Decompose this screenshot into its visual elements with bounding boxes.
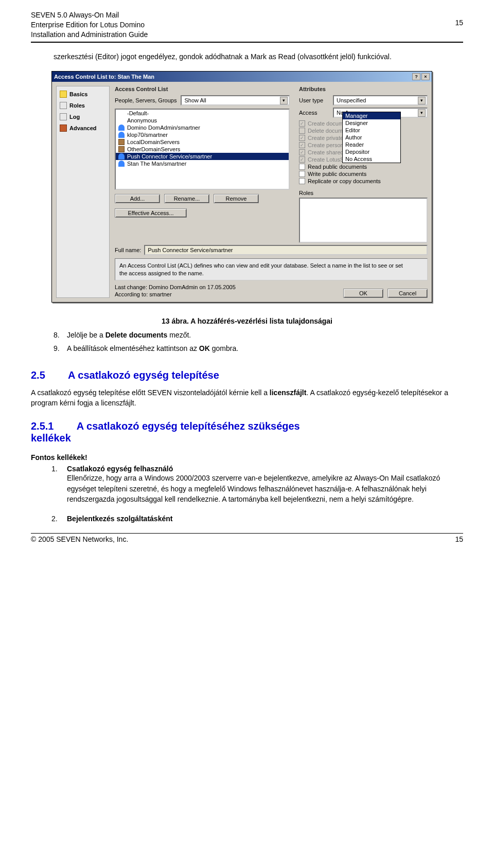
list-item: -Default-: [116, 110, 289, 117]
chevron-down-icon: ▾: [418, 97, 426, 104]
fullname-label: Full name:: [115, 247, 141, 253]
checkbox-icon[interactable]: ✓: [299, 156, 305, 163]
heading-2-5: 2.5A csatlakozó egység telepítése: [31, 369, 463, 381]
figure-caption: 13 ábra. A hozzáférés-vezérlési lista tu…: [31, 317, 463, 325]
dialog-title: Access Control List to: Stan The Man: [54, 74, 154, 80]
requirement-item-1: 1. Csatlakozó egység felhasználó Ellenőr…: [51, 465, 463, 504]
person-icon: [118, 161, 125, 167]
blank-icon: [118, 117, 125, 123]
roles-listbox[interactable]: [299, 198, 428, 243]
usertype-value: Unspecified: [337, 97, 366, 103]
leftnav-log-label: Log: [69, 114, 80, 120]
list-item: OtherDomainServers: [116, 146, 289, 153]
cancel-button[interactable]: Cancel: [387, 289, 428, 298]
blank-icon: [118, 110, 125, 116]
effective-access-button[interactable]: Effective Access...: [115, 208, 187, 218]
checkbox-icon[interactable]: ✓: [299, 120, 305, 127]
leftnav-roles-label: Roles: [69, 102, 85, 109]
step-9: 9. A beállítások elmentéséhez kattintson…: [54, 344, 463, 354]
checkbox-icon[interactable]: ✓: [299, 149, 305, 155]
acl-dialog: Access Control List to: Stan The Man ? ×…: [51, 71, 432, 303]
footer-page-number: 15: [455, 535, 463, 543]
psg-select[interactable]: Show All ▾: [181, 95, 290, 105]
access-label: Access: [299, 110, 330, 116]
requirement-2-title: Bejelentkezés szolgáltatásként: [67, 515, 172, 523]
chevron-down-icon: ▾: [280, 97, 288, 104]
leftnav-basics[interactable]: Basics: [57, 88, 109, 100]
access-option[interactable]: Manager: [343, 112, 400, 119]
section-2-5-body: A csatlakozó egység telepítése előtt SEV…: [31, 387, 463, 409]
header-line-3: Installation and Administration Guide: [31, 30, 463, 40]
fullname-field: Push Connector Service/smartner: [144, 245, 428, 255]
acl-listbox[interactable]: -Default- Anonymous Domino DomAdmin/smar…: [115, 109, 290, 190]
heading-2-5-1: 2.5.1 A csatlakozó egység telepítéséhez …: [31, 420, 463, 444]
header-line-1: SEVEN 5.0 Always-On Mail: [31, 10, 463, 20]
checkbox-icon[interactable]: ✓: [299, 135, 305, 141]
info-panel: An Access Control List (ACL) defines who…: [115, 258, 428, 280]
checkbox-icon[interactable]: [299, 178, 305, 184]
list-item: Anonymous: [116, 117, 289, 124]
access-option[interactable]: Author: [343, 134, 400, 141]
step-8: 8. Jelölje be a Delete documents mezőt.: [54, 330, 463, 341]
leftnav-basics-label: Basics: [69, 91, 87, 97]
access-dropdown-open[interactable]: Manager Designer Editor Author Reader De…: [342, 112, 401, 163]
dialog-left-nav: Basics Roles Log Advanced: [56, 86, 110, 298]
acl-section-title: Access Control List: [115, 86, 290, 92]
roles-icon: [60, 102, 67, 109]
basics-icon: [60, 91, 67, 98]
psg-select-value: Show All: [184, 97, 206, 103]
chevron-down-icon: ▾: [418, 109, 426, 117]
person-icon: [118, 132, 125, 138]
roles-label: Roles: [299, 190, 428, 196]
servers-icon: [118, 146, 125, 152]
requirement-list: 1. Csatlakozó egység felhasználó Ellenőr…: [51, 465, 463, 523]
usertype-label: User type: [299, 97, 330, 103]
access-option[interactable]: Editor: [343, 127, 400, 134]
checkbox-icon[interactable]: [299, 171, 305, 177]
log-icon: [60, 113, 67, 120]
intro-paragraph: szerkesztési (Editor) jogot engedélyez, …: [54, 52, 463, 62]
list-item: Stan The Man/smartner: [116, 160, 289, 167]
requirement-item-2: 2. Bejelentkezés szolgáltatásként: [51, 515, 463, 523]
page-footer: © 2005 SEVEN Networks, Inc. 15: [31, 533, 463, 543]
person-icon: [118, 153, 125, 160]
list-item: Domino DomAdmin/smartner: [116, 124, 289, 131]
ok-button[interactable]: OK: [343, 289, 383, 298]
leftnav-roles[interactable]: Roles: [57, 100, 109, 111]
requirement-1-body: Ellenőrizze, hogy arra a Windows 2000/20…: [67, 473, 463, 504]
close-button[interactable]: ×: [421, 73, 430, 80]
header-line-2: Enterprise Edition for Lotus Domino: [31, 20, 463, 30]
access-option[interactable]: Designer: [343, 119, 400, 127]
checkbox-icon[interactable]: [299, 164, 305, 170]
list-item: klop70/smartner: [116, 131, 289, 138]
header-page-number: 15: [455, 19, 463, 27]
leftnav-log[interactable]: Log: [57, 111, 109, 122]
attributes-section-title: Attributes: [299, 86, 428, 92]
access-option[interactable]: No Access: [343, 155, 400, 163]
access-option[interactable]: Depositor: [343, 148, 400, 155]
advanced-icon: [60, 125, 67, 132]
leftnav-advanced[interactable]: Advanced: [57, 122, 109, 134]
access-option[interactable]: Reader: [343, 141, 400, 148]
psg-label: People, Servers, Groups: [115, 97, 177, 103]
footer-copyright: © 2005 SEVEN Networks, Inc.: [31, 535, 128, 543]
remove-button[interactable]: Remove: [214, 194, 259, 203]
rename-button[interactable]: Rename...: [164, 194, 209, 203]
servers-icon: [118, 139, 125, 145]
leftnav-advanced-label: Advanced: [69, 125, 97, 131]
add-button[interactable]: Add...: [115, 194, 160, 203]
doc-header: SEVEN 5.0 Always-On Mail Enterprise Edit…: [31, 10, 463, 43]
checkbox-icon[interactable]: ✓: [299, 142, 305, 148]
last-change-text: Last change: Domino DomAdmin on 17.05.20…: [115, 284, 236, 298]
help-button[interactable]: ?: [412, 73, 420, 80]
usertype-select[interactable]: Unspecified ▾: [333, 95, 428, 105]
requirement-1-title: Csatlakozó egység felhasználó: [67, 465, 463, 473]
checkbox-icon[interactable]: [299, 128, 305, 134]
important-title: Fontos kellékek!: [31, 453, 463, 462]
dialog-titlebar: Access Control List to: Stan The Man ? ×: [52, 72, 432, 82]
list-item: LocalDomainServers: [116, 138, 289, 146]
list-item-selected: Push Connector Service/smartner: [116, 153, 289, 160]
person-icon: [118, 125, 125, 131]
